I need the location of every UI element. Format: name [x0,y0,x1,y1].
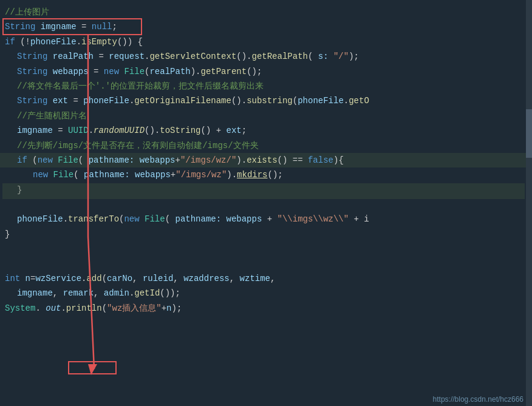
code-line-ext: String ext = phoneFile.getOriginalFilena… [0,93,532,108]
keyword-string: String [5,20,41,33]
code-line-close-brace1: } [0,183,532,197]
null-keyword: null [92,20,112,33]
code-line-if-newfile: if (new File( pathname: webapps+"/imgs/w… [0,153,532,167]
scrollbar[interactable] [526,0,532,406]
code-line-blank1 [0,197,532,212]
code-line-int-n: int n=wzService.add(carNo, ruleid, wzadd… [0,271,532,286]
code-line-transferto: phoneFile.transferTo(new File( pathname:… [0,212,532,226]
code-line-comment-imgs: //先判断/imgs/文件是否存在，没有则自动创建/imgs/文件夹 [0,138,532,153]
code-line-imgname-assign: imgname = UUID.randomUUID().toString() +… [0,123,532,138]
url-bar: https://blog.csdn.net/hcz666 [433,395,523,404]
code-line-if-empty: if (!phoneFile.isEmpty()) { [0,35,532,49]
scrollbar-thumb[interactable] [526,109,532,158]
semicolon: ; [112,20,117,33]
code-line-imgname-decl: String imgname = null; [0,19,532,34]
code-editor: //上传图片 String imgname = null; if (!phone… [0,0,532,406]
code-line-close-brace2: } [0,227,532,242]
highlight-imgname-box [68,361,117,374]
svg-marker-2 [88,364,97,375]
code-line-comment-upload: //上传图片 [0,5,532,19]
op-equals: = [77,20,92,33]
class-file-2: File [58,154,78,167]
keyword-if: if [5,35,20,49]
arg-imgname: imgname [17,286,53,300]
code-line-comment-random: //产生随机图片名 [0,109,532,123]
comment-upload: //上传图片 [5,5,49,19]
class-file: File [124,65,145,78]
code-line-mkdirs: new File( pathname: webapps+"/imgs/wz").… [0,167,532,182]
code-line-blank2 [0,242,532,256]
var-imgname: imgname [41,20,77,33]
code-line-imgname-arg: imgname, remark, admin.getId()); [0,286,532,300]
code-line-println: System. out.println("wz插入信息"+n); [0,301,532,316]
code-line-blank3 [0,257,532,271]
method-isempty: isEmpty [81,35,117,49]
code-line-realpath: String realPath = request.getServletCont… [0,49,532,64]
var-phonefile: phoneFile [30,35,77,49]
code-line-webapps: String webapps = new File(realPath).getP… [0,64,532,79]
code-line-comment-ext: //将文件名最后一个'.'的位置开始裁剪，把文件后缀名裁剪出来 [0,79,532,93]
